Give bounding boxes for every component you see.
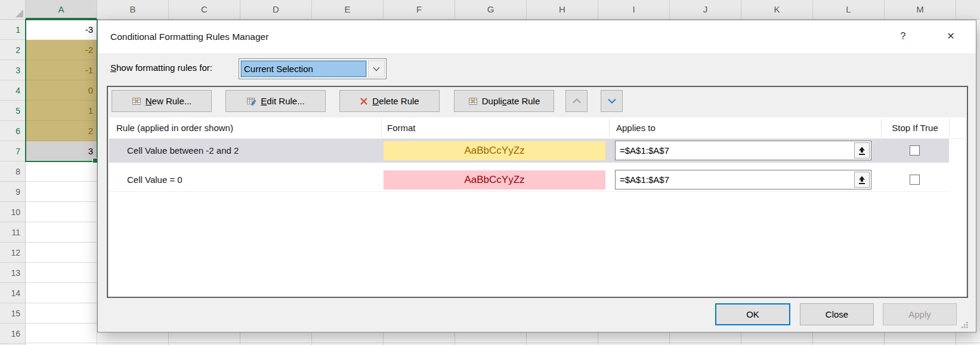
chevron-down-icon[interactable] [368,60,385,77]
column-header-A[interactable]: A [26,0,97,19]
red-x-icon [360,97,368,105]
chevron-down-icon [608,98,616,104]
rules-list-header: Rule (applied in order shown) Format App… [109,117,966,139]
stop-if-true-checkbox[interactable] [910,175,920,185]
help-icon[interactable]: ? [894,27,912,45]
table-grid-icon [468,97,478,106]
duplicate-rule-label: Duplicate Rule [482,96,540,106]
applies-to-input[interactable] [615,141,871,160]
stop-if-true-column-header: Stop If True [881,117,949,138]
collapse-range-arrow-icon [858,175,866,185]
rule-description: Cell Value between -2 and 2 [127,139,239,163]
ok-button[interactable]: OK [715,303,790,325]
edit-rule-label: Edit Rule... [261,96,304,106]
stop-if-true-checkbox[interactable] [910,145,920,156]
edit-rule-button[interactable]: Edit Rule... [225,90,326,112]
close-icon[interactable]: ✕ [942,27,960,45]
row-header-3[interactable]: 3 [0,60,25,80]
rule-row-2[interactable]: Cell Value = 0 AaBbCcYyZz [109,168,949,192]
chevron-up-icon [573,98,581,104]
table-grid-pencil-icon [246,97,256,106]
apply-button[interactable]: Apply [883,303,957,325]
row-header-11[interactable]: 11 [0,222,25,243]
row-header-14[interactable]: 14 [0,283,25,303]
format-preview: AaBbCcYyZz [384,170,605,189]
new-rule-button[interactable]: New Rule... [112,90,212,112]
applies-to-field-wrap [615,141,871,160]
rules-list: Rule (applied in order shown) Format App… [109,117,966,297]
rules-group-box: New Rule... Edit Rule... Delete Rule [107,86,968,298]
row-header-9[interactable]: 9 [0,182,25,202]
applies-to-input[interactable] [615,170,871,189]
rule-description: Cell Value = 0 [127,168,183,192]
cell-A6[interactable]: 2 [26,121,97,141]
column-header-E[interactable]: E [312,0,384,19]
cell-A7[interactable]: 3 [26,141,97,161]
row-header-1[interactable]: 1 [0,20,25,40]
select-all-triangle-icon [16,10,23,17]
applies-to-column-header: Applies to [616,117,656,138]
dialog-title: Conditional Formatting Rules Manager [110,20,268,53]
format-column-header: Format [387,117,416,138]
column-header-I[interactable]: I [598,0,670,19]
delete-rule-label: Delete Rule [372,96,419,106]
row-header-16[interactable]: 16 [0,324,25,344]
resize-grip[interactable] [960,321,969,329]
close-button[interactable]: Close [800,303,874,325]
column-header-J[interactable]: J [670,0,741,19]
row-header-7[interactable]: 7 [0,141,25,161]
collapse-range-button[interactable] [854,172,870,188]
row-header-4[interactable]: 4 [0,80,25,101]
show-rules-label: Show formatting rules for: [110,57,212,78]
column-header-L[interactable]: L [813,0,885,19]
row-header-6[interactable]: 6 [0,121,25,141]
format-preview: AaBbCcYyZz [384,141,605,160]
column-header-C[interactable]: C [169,0,240,19]
cell-A1[interactable]: -3 [26,20,97,40]
row-header-10[interactable]: 10 [0,202,25,222]
column-header-F[interactable]: F [384,0,455,19]
dialog-titlebar[interactable]: Conditional Formatting Rules Manager ? ✕ [98,20,976,53]
row-header-strip: 1 2 3 4 5 6 7 8 9 10 11 12 13 14 15 16 [0,20,26,345]
show-rules-dropdown[interactable]: Current Selection [239,58,387,79]
table-grid-icon [132,97,141,106]
row-header-12[interactable]: 12 [0,243,25,263]
cell-A2[interactable]: -2 [26,40,97,60]
delete-rule-button[interactable]: Delete Rule [339,90,440,112]
new-rule-label: New Rule... [146,96,192,106]
cell-A4[interactable]: 0 [26,80,97,101]
select-all-corner[interactable] [0,0,26,19]
column-header-G[interactable]: G [455,0,527,19]
row-header-13[interactable]: 13 [0,263,25,283]
move-rule-up-button[interactable] [565,90,588,112]
column-header-H[interactable]: H [527,0,598,19]
row-header-8[interactable]: 8 [0,161,25,182]
collapse-range-button[interactable] [854,142,870,158]
sheet-grid-bottom [26,332,980,345]
rule-column-header: Rule (applied in order shown) [116,117,233,138]
column-header-M[interactable]: M [885,0,956,19]
row-header-15[interactable]: 15 [0,303,25,324]
sheet-grid-right [976,20,980,332]
row-header-5[interactable]: 5 [0,101,25,121]
column-header-K[interactable]: K [741,0,813,19]
move-rule-down-button[interactable] [601,90,623,112]
collapse-range-arrow-icon [858,146,866,156]
show-rules-selected-value: Current Selection [240,60,367,77]
column-header-D[interactable]: D [240,0,312,19]
rule-row-1[interactable]: Cell Value between -2 and 2 AaBbCcYyZz [109,139,949,163]
row-header-2[interactable]: 2 [0,40,25,60]
column-header-B[interactable]: B [97,0,169,19]
conditional-formatting-rules-manager-dialog: Conditional Formatting Rules Manager ? ✕… [97,20,976,332]
cell-A5[interactable]: 1 [26,101,97,121]
column-header-strip: A B C D E F G H I J K L M [0,0,980,20]
applies-to-field-wrap [615,170,871,189]
cell-A3[interactable]: -1 [26,60,97,80]
duplicate-rule-button[interactable]: Duplicate Rule [454,90,554,112]
